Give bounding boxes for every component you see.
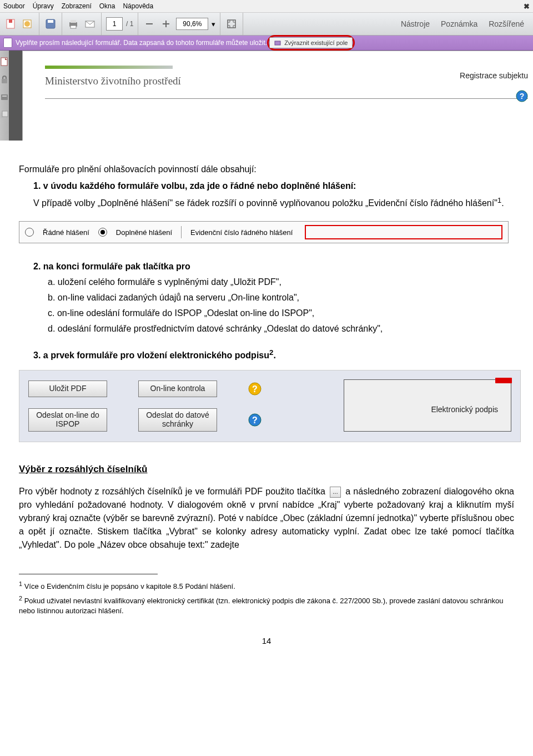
- highlight-fields-button[interactable]: Zvýraznit existující pole: [269, 37, 353, 48]
- help-icon[interactable]: ?: [516, 90, 528, 102]
- svg-rect-16: [1, 94, 8, 100]
- help-question-icon[interactable]: ?: [248, 382, 262, 395]
- export-pdf-icon[interactable]: [4, 17, 18, 31]
- radio-radne[interactable]: [25, 228, 34, 237]
- radio-radne-label: Řádné hlášení: [43, 227, 89, 238]
- svg-text:?: ?: [252, 415, 258, 425]
- zoom-in-icon[interactable]: [159, 17, 173, 31]
- evid-cislo-label: Evidenční číslo řádného hlášení: [190, 227, 293, 238]
- toolbar: / 1 90,6% ▾ Nástroje Poznámka Rozšířené: [0, 13, 533, 36]
- pdf-page: Ministerstvo životního prostředí Registr…: [22, 51, 533, 141]
- ulozit-pdf-button[interactable]: Uložit PDF: [28, 380, 107, 397]
- list-item-2d: d. odeslání formuláře prostřednictvím da…: [48, 322, 514, 336]
- page-current-input[interactable]: [106, 17, 123, 31]
- close-icon[interactable]: ✖: [524, 2, 530, 11]
- radio-doplnene[interactable]: [98, 228, 107, 237]
- page-number: 14: [19, 618, 514, 659]
- svg-text:?: ?: [252, 384, 258, 394]
- menu-item-napoveda[interactable]: Nápověda: [123, 2, 153, 10]
- reg-title: Registrace subjektu: [460, 71, 528, 80]
- banner-text: Vyplňte prosím následující formulář. Dat…: [16, 39, 267, 47]
- list-item-1-lead: 1. v úvodu každého formuláře volbu, zda …: [33, 179, 514, 193]
- evid-cislo-field[interactable]: [305, 225, 502, 239]
- odeslat-ispop-button[interactable]: Odeslat on-line do ISPOP: [28, 408, 107, 432]
- odeslat-ds-button[interactable]: Odeslat do datové schránky: [138, 408, 217, 432]
- footnote-1: 1 Více o Evidenčním číslu je popsáno v k…: [19, 580, 514, 592]
- list-item-2b: b. on-line validaci zadaných údajů na se…: [48, 291, 514, 304]
- menu-item-zobrazeni[interactable]: Zobrazení: [62, 2, 92, 10]
- menu-item-soubor[interactable]: Soubor: [3, 2, 25, 10]
- form-banner: Vyplňte prosím následující formulář. Dat…: [0, 36, 533, 51]
- lock-icon[interactable]: [0, 75, 9, 84]
- svg-rect-9: [146, 23, 153, 24]
- help-question-icon-2[interactable]: ?: [248, 413, 262, 427]
- svg-rect-12: [228, 20, 235, 28]
- tool-poznamka[interactable]: Poznámka: [441, 19, 477, 28]
- signature-label: Elektronický podpis: [431, 404, 498, 415]
- svg-rect-14: [1, 58, 7, 66]
- svg-rect-13: [275, 41, 280, 45]
- dropdown-icon[interactable]: ▾: [212, 20, 215, 28]
- ministry-title: Ministerstvo životního prostředí: [45, 75, 181, 87]
- mail-icon[interactable]: [83, 17, 97, 31]
- print-icon[interactable]: [67, 17, 80, 31]
- save-icon[interactable]: [44, 17, 57, 31]
- workarea: Ministerstvo životního prostředí Registr…: [0, 51, 533, 141]
- document-body: Formuláře pro plnění ohlašovacích povinn…: [0, 141, 533, 664]
- radio-doplnene-label: Doplněné hlášení: [116, 227, 172, 238]
- svg-rect-7: [71, 26, 76, 28]
- svg-rect-19: [2, 111, 8, 117]
- footnote-2: 2 Pokud uživatel nevlastní kvalifikovaný…: [19, 594, 514, 617]
- highlight-callout: Zvýraznit existující pole: [267, 35, 355, 51]
- layers-icon[interactable]: [0, 111, 9, 119]
- tool-nastroje[interactable]: Nástroje: [401, 19, 430, 28]
- buttons-panel-image: Uložit PDF On-line kontrola ? Odeslat on…: [19, 370, 521, 442]
- online-kontrola-button[interactable]: On-line kontrola: [138, 380, 217, 397]
- svg-rect-17: [2, 96, 7, 97]
- side-toolbar: [0, 51, 9, 141]
- signature-icon[interactable]: [0, 93, 9, 102]
- signature-tab-icon: [495, 378, 512, 383]
- list-item-2: 2. na konci formuláře pak tlačítka pro: [33, 260, 514, 273]
- menu-item-upravy[interactable]: Úpravy: [33, 2, 54, 10]
- ellipsis-button[interactable]: …: [330, 487, 341, 498]
- zoom-out-icon[interactable]: [143, 17, 156, 31]
- svg-rect-15: [2, 79, 7, 83]
- create-pdf-icon[interactable]: [21, 17, 34, 31]
- page-thumbnails-icon[interactable]: [0, 57, 9, 66]
- svg-text:?: ?: [520, 92, 525, 101]
- svg-point-2: [24, 21, 30, 27]
- section-ciselniky: Výběr z rozsáhlých číselníků: [19, 462, 514, 477]
- logo-bar: [45, 66, 173, 69]
- page-total: / 1: [126, 20, 133, 28]
- zoom-field[interactable]: 90,6%: [176, 18, 208, 30]
- fullscreen-icon[interactable]: [225, 17, 238, 31]
- ciselniky-para: Pro výběr hodnoty z rozsáhlých číselníků…: [19, 485, 514, 552]
- menubar: Soubor Úpravy Zobrazení Okna Nápověda ✖: [0, 0, 533, 13]
- list-item-2a: a. uložení celého formuláře s vyplněnými…: [48, 276, 514, 289]
- list-item-2c: c. on-line odeslání formuláře do ISPOP „…: [48, 307, 514, 320]
- menu-item-okna[interactable]: Okna: [99, 2, 115, 10]
- list-item-3: 3. a prvek formuláře pro vložení elektro…: [33, 347, 514, 362]
- footnote-rule: [19, 574, 158, 574]
- svg-rect-11: [165, 21, 167, 27]
- highlight-icon: [274, 39, 282, 46]
- intro-text: Formuláře pro plnění ohlašovacích povinn…: [19, 163, 514, 176]
- svg-rect-4: [48, 20, 53, 23]
- list-item-1-body: V případě volby „Doplněné hlášení" se řá…: [33, 195, 514, 210]
- tool-rozsirene[interactable]: Rozšířené: [489, 19, 524, 28]
- form-icon: [3, 38, 12, 48]
- radio-row-image: Řádné hlášení Doplněné hlášení Evidenční…: [19, 221, 509, 243]
- highlight-fields-label: Zvýraznit existující pole: [284, 39, 348, 46]
- svg-rect-6: [71, 20, 76, 23]
- document-background: Ministerstvo životního prostředí Registr…: [9, 51, 533, 141]
